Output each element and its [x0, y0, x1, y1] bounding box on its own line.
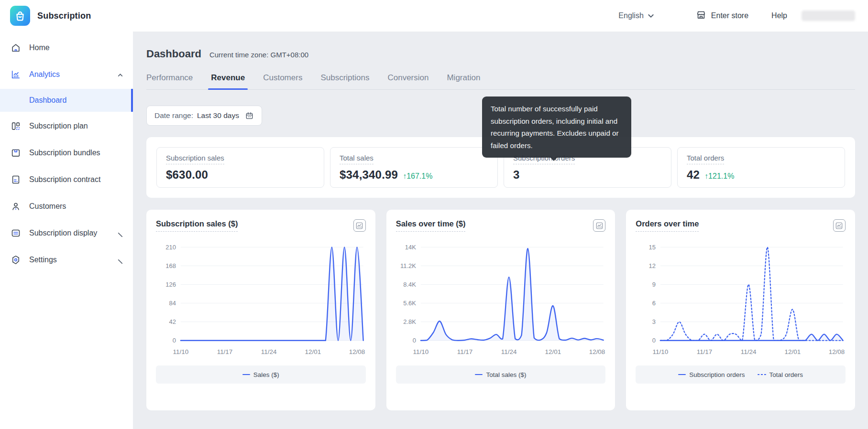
svg-text:42: 42: [169, 318, 176, 325]
chart-card-orders-over-time: Orders over time1512963011/1011/1711/241…: [626, 210, 855, 410]
sidebar-item-subscription-bundles[interactable]: Subscription bundles: [0, 140, 133, 165]
legend-item-total-sales[interactable]: Total sales ($): [475, 371, 526, 378]
chart-head: Sales over time ($): [396, 219, 606, 232]
legend-solid-line-icon: [475, 374, 483, 375]
svg-text:15: 15: [649, 244, 656, 251]
stat-value: 42: [687, 168, 700, 182]
sidebar-nav: HomeAnalyticsDashboardSubscription planS…: [0, 35, 133, 272]
svg-text:12/08: 12/08: [829, 348, 845, 355]
chart-type-icon[interactable]: [353, 219, 366, 232]
sidebar-item-dashboard[interactable]: Dashboard: [0, 89, 133, 112]
svg-text:5.6K: 5.6K: [403, 300, 416, 307]
tab-subscriptions[interactable]: Subscriptions: [320, 73, 369, 89]
chart-legend: Total sales ($): [396, 365, 606, 384]
app-header: Subscription English Enter store Help: [0, 0, 868, 32]
sidebar-item-label: Subscription plan: [29, 122, 123, 130]
timezone-label: Current time zone: GMT+08:00: [209, 51, 308, 59]
sidebar-item-subscription-plan[interactable]: Subscription plan: [0, 114, 133, 139]
sidebar-item-customers[interactable]: Customers: [0, 194, 133, 219]
stat-delta: ↑121.1%: [704, 172, 734, 181]
subscription-plan-icon: [11, 121, 21, 131]
sidebar-item-label: Home: [29, 43, 123, 52]
page-title: Dashboard: [146, 48, 201, 60]
svg-text:11.2K: 11.2K: [400, 262, 416, 269]
stat-value-row: 42↑121.1%: [687, 168, 835, 182]
chart-card-subscription-sales: Subscription sales ($)2101681268442011/1…: [146, 210, 375, 410]
enter-store-button[interactable]: Enter store: [696, 10, 748, 22]
enter-store-label: Enter store: [711, 11, 748, 20]
svg-text:12/08: 12/08: [589, 348, 605, 355]
svg-text:84: 84: [169, 300, 176, 307]
app-logo: [10, 6, 30, 26]
chart-head: Subscription sales ($): [156, 219, 366, 232]
tab-revenue[interactable]: Revenue: [211, 73, 245, 89]
trend-up-icon: ↑: [704, 172, 708, 180]
sidebar-item-subscription-display[interactable]: Subscription display: [0, 221, 133, 246]
legend-label: Total orders: [769, 371, 803, 378]
chart-legend: Subscription ordersTotal orders: [636, 365, 846, 384]
svg-text:9: 9: [652, 281, 656, 288]
legend-label: Total sales ($): [486, 371, 526, 378]
legend-item-subscription-orders[interactable]: Subscription orders: [678, 371, 745, 378]
stat-label[interactable]: Total sales: [340, 154, 374, 164]
stat-value-row: $34,340.99↑167.1%: [340, 168, 488, 182]
shopping-bag-icon: [13, 9, 27, 23]
home-icon: [11, 43, 21, 53]
stat-label[interactable]: Subscription sales: [166, 154, 224, 164]
sidebar-item-label: Subscription display: [29, 229, 109, 237]
sidebar-item-home[interactable]: Home: [0, 35, 133, 60]
svg-text:11/17: 11/17: [697, 348, 713, 355]
chart-type-icon[interactable]: [833, 219, 846, 232]
svg-text:14K: 14K: [405, 244, 416, 251]
customers-icon: [11, 201, 21, 212]
sidebar-item-settings[interactable]: Settings: [0, 247, 133, 272]
sidebar-item-subscription-contract[interactable]: Subscription contract: [0, 167, 133, 192]
chart-plot: 2101681268442011/1011/1711/2412/0112/08: [156, 237, 366, 362]
tab-migration[interactable]: Migration: [447, 73, 480, 89]
svg-text:12/01: 12/01: [545, 348, 561, 355]
svg-text:12: 12: [649, 262, 656, 269]
stat-label[interactable]: Total orders: [687, 154, 724, 164]
help-link[interactable]: Help: [771, 11, 787, 20]
svg-text:11/24: 11/24: [741, 348, 757, 355]
legend-item-sales[interactable]: Sales ($): [242, 371, 279, 378]
tab-customers[interactable]: Customers: [263, 73, 302, 89]
stat-card-total-sales: Total sales$34,340.99↑167.1%: [330, 147, 498, 188]
stat-card-subscription-sales: Subscription sales$630.00: [156, 147, 324, 188]
analytics-icon: [11, 69, 21, 80]
stat-delta: ↑167.1%: [403, 172, 432, 181]
subscription-display-icon: [11, 228, 21, 238]
date-range-select[interactable]: Date range: Last 30 days: [146, 106, 262, 126]
legend-solid-line-icon: [242, 374, 250, 375]
svg-text:8.4K: 8.4K: [403, 281, 416, 288]
svg-text:3: 3: [652, 318, 656, 325]
charts-row: Subscription sales ($)2101681268442011/1…: [146, 210, 855, 410]
chevron-up-icon: [117, 72, 123, 78]
chevron-down-icon: [647, 12, 655, 20]
chart-title[interactable]: Orders over time: [636, 219, 699, 232]
main-content: Dashboard Current time zone: GMT+08:00 P…: [133, 32, 868, 429]
chart-title[interactable]: Subscription sales ($): [156, 219, 238, 232]
chart-title[interactable]: Sales over time ($): [396, 219, 466, 232]
legend-label: Subscription orders: [689, 371, 745, 378]
chart-type-icon[interactable]: [593, 219, 605, 232]
tab-bar: PerformanceRevenueCustomersSubscriptions…: [146, 73, 855, 90]
chevron-down-icon: [117, 230, 123, 236]
tab-conversion[interactable]: Conversion: [387, 73, 429, 89]
svg-text:11/24: 11/24: [501, 348, 517, 355]
chart-legend: Sales ($): [156, 365, 366, 384]
header-actions: English Enter store Help: [618, 10, 855, 22]
settings-icon: [11, 255, 21, 265]
chart-plot: 14K11.2K8.4K5.6K2.8K011/1011/1711/2412/0…: [396, 237, 606, 362]
legend-item-total-orders[interactable]: Total orders: [758, 371, 803, 378]
svg-text:12/08: 12/08: [349, 348, 365, 355]
language-selector[interactable]: English: [618, 11, 654, 20]
svg-text:6: 6: [652, 300, 656, 307]
tab-performance[interactable]: Performance: [146, 73, 193, 89]
sidebar-item-analytics[interactable]: Analytics: [0, 62, 133, 87]
stat-value: $34,340.99: [340, 168, 398, 182]
sidebar-item-label: Settings: [29, 256, 109, 264]
stat-value-row: $630.00: [166, 168, 315, 182]
stat-card-total-orders: Total orders42↑121.1%: [677, 147, 845, 188]
svg-text:210: 210: [165, 244, 176, 251]
